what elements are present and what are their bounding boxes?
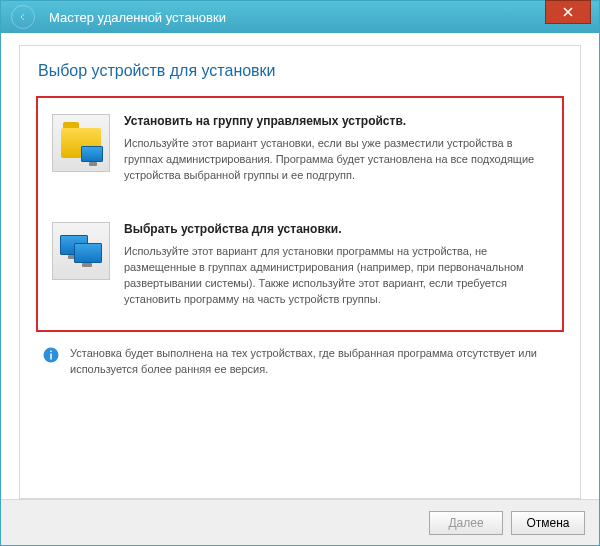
option-desc: Используйте этот вариант для установки п… — [124, 244, 548, 308]
option-text: Установить на группу управляемых устройс… — [124, 114, 548, 184]
titlebar: Мастер удаленной установки — [1, 1, 599, 33]
option-title: Выбрать устройства для установки. — [124, 222, 548, 236]
info-text: Установка будет выполнена на тех устройс… — [70, 346, 564, 378]
close-icon — [563, 7, 573, 17]
devices-icon — [52, 222, 110, 280]
options-container: Установить на группу управляемых устройс… — [36, 96, 564, 332]
wizard-window: Мастер удаленной установки Выбор устройс… — [0, 0, 600, 546]
option-select-devices[interactable]: Выбрать устройства для установки. Исполь… — [48, 214, 552, 316]
option-install-on-group[interactable]: Установить на группу управляемых устройс… — [48, 106, 552, 192]
back-icon — [11, 5, 35, 29]
content-area: Выбор устройств для установки Установить… — [1, 33, 599, 499]
folder-devices-icon — [52, 114, 110, 172]
option-desc: Используйте этот вариант установки, если… — [124, 136, 548, 184]
svg-rect-1 — [50, 353, 52, 359]
option-title: Установить на группу управляемых устройс… — [124, 114, 548, 128]
close-button[interactable] — [545, 0, 591, 24]
footer: Далее Отмена — [1, 499, 599, 545]
inner-panel: Выбор устройств для установки Установить… — [19, 45, 581, 499]
option-text: Выбрать устройства для установки. Исполь… — [124, 222, 548, 308]
page-heading: Выбор устройств для установки — [38, 62, 564, 80]
window-title: Мастер удаленной установки — [49, 10, 226, 25]
cancel-button[interactable]: Отмена — [511, 511, 585, 535]
next-button[interactable]: Далее — [429, 511, 503, 535]
info-icon — [42, 346, 60, 367]
svg-rect-2 — [50, 350, 52, 352]
info-row: Установка будет выполнена на тех устройс… — [36, 346, 564, 378]
